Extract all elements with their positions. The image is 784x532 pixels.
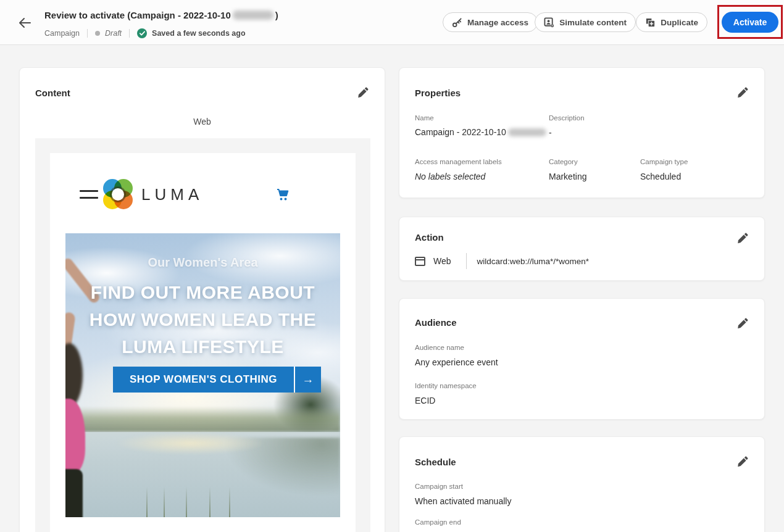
field-campaign-type: Campaign type Scheduled <box>640 158 688 182</box>
schedule-card: Schedule Campaign start When activated m… <box>399 436 765 532</box>
campaign-start-value: When activated manually <box>415 496 511 506</box>
redacted-title-blob <box>233 10 273 20</box>
activate-highlight-annotation: Activate <box>717 5 783 39</box>
schedule-card-title: Schedule <box>415 457 456 467</box>
browser-icon <box>415 257 425 266</box>
saved-status-text: Saved a few seconds ago <box>152 29 245 38</box>
action-card: Action Web wildcard:web://luma*/*women* <box>399 217 765 281</box>
divider <box>87 29 88 38</box>
saved-check-icon <box>137 28 147 38</box>
luma-logo <box>102 179 133 210</box>
back-button[interactable] <box>17 15 33 31</box>
simulate-content-button[interactable]: Simulate content <box>535 12 636 32</box>
arrow-right-icon: → <box>295 367 321 393</box>
edit-pencil-icon <box>737 455 749 467</box>
audience-card-title: Audience <box>415 317 457 328</box>
properties-card-title: Properties <box>415 88 461 98</box>
hero-eyebrow: Our Women's Area <box>65 256 340 270</box>
duplicate-icon <box>645 17 656 28</box>
hamburger-menu-icon[interactable] <box>80 190 98 199</box>
field-access-labels: Access management labels No labels selec… <box>415 158 502 182</box>
page-title-suffix: ) <box>275 10 278 20</box>
divider <box>466 253 467 269</box>
action-url-value: wildcard:web://luma*/*women* <box>477 257 590 266</box>
edit-action-button[interactable] <box>737 231 751 244</box>
duplicate-label: Duplicate <box>661 18 698 27</box>
field-description: Description - <box>549 114 585 138</box>
luma-site-header: LUMA <box>50 153 356 233</box>
field-campaign-end: Campaign end <box>415 518 461 531</box>
cart-icon[interactable] <box>275 188 290 202</box>
edit-properties-button[interactable] <box>737 85 751 99</box>
campaign-review-page: Review to activate (Campaign - 2022-10-1… <box>0 0 784 532</box>
name-value: Campaign - 2022-10-10 <box>415 127 506 137</box>
properties-card: Properties Name Campaign - 2022-10-10 De… <box>399 67 765 198</box>
hero-sun-glint <box>115 432 266 455</box>
category-value: Marketing <box>549 172 586 181</box>
edit-content-button[interactable] <box>357 85 371 99</box>
simulate-content-label: Simulate content <box>559 18 627 27</box>
action-card-title: Action <box>415 232 444 243</box>
manage-access-button[interactable]: Manage access <box>443 12 538 32</box>
key-icon <box>452 17 462 28</box>
hero-treeline <box>65 407 340 432</box>
audience-name-value: Any experience event <box>415 357 498 367</box>
content-card: Content Web LUMA <box>19 67 385 532</box>
audience-card: Audience Audience name Any experience ev… <box>399 298 765 420</box>
luma-wordmark: LUMA <box>141 185 203 204</box>
campaign-type-value: Scheduled <box>640 172 681 181</box>
status-dot-icon <box>95 31 100 36</box>
page-title-text: Review to activate (Campaign - 2022-10-1… <box>44 10 231 20</box>
field-identity-namespace: Identity namespace ECID <box>415 382 477 406</box>
web-preview: LUMA <box>50 153 356 532</box>
content-preview-panel: LUMA <box>35 138 370 532</box>
action-row: Web wildcard:web://luma*/*women* <box>415 253 589 269</box>
edit-pencil-icon <box>737 86 749 98</box>
simulate-content-icon <box>544 17 554 28</box>
content-card-title: Content <box>35 88 70 98</box>
edit-pencil-icon <box>737 317 749 329</box>
manage-access-label: Manage access <box>467 18 528 27</box>
edit-pencil-icon <box>357 86 369 98</box>
hero-headline: FIND OUT MORE ABOUT HOW WOMEN LEAD THE L… <box>65 279 340 360</box>
status-badge: Draft <box>105 29 122 38</box>
field-campaign-start: Campaign start When activated manually <box>415 483 511 507</box>
access-labels-value: No labels selected <box>415 172 485 181</box>
description-value: - <box>549 128 552 138</box>
back-arrow-icon <box>17 15 32 30</box>
field-name: Name Campaign - 2022-10-10 <box>415 114 548 137</box>
field-category: Category Marketing <box>549 158 586 182</box>
identity-namespace-value: ECID <box>415 396 435 405</box>
duplicate-button[interactable]: Duplicate <box>636 12 707 32</box>
shop-womens-clothing-button[interactable]: SHOP WOMEN'S CLOTHING → <box>113 367 321 393</box>
redacted-name-blob <box>508 128 546 136</box>
action-channel-label: Web <box>433 256 451 266</box>
edit-pencil-icon <box>737 232 749 244</box>
channel-tab-web[interactable]: Web <box>20 117 385 127</box>
divider <box>129 29 130 38</box>
page-subtitle: Campaign Draft Saved a few seconds ago <box>44 28 246 38</box>
edit-audience-button[interactable] <box>737 316 751 330</box>
field-audience-name: Audience name Any experience event <box>415 344 498 368</box>
page-title: Review to activate (Campaign - 2022-10-1… <box>44 10 278 20</box>
edit-schedule-button[interactable] <box>737 454 751 468</box>
top-bar: Review to activate (Campaign - 2022-10-1… <box>0 0 784 45</box>
hero-banner: Our Women's Area FIND OUT MORE ABOUT HOW… <box>65 233 340 517</box>
hero-grass <box>143 481 235 517</box>
entity-type-label: Campaign <box>44 29 80 38</box>
activate-button[interactable]: Activate <box>722 12 778 33</box>
cta-label: SHOP WOMEN'S CLOTHING <box>113 367 294 393</box>
